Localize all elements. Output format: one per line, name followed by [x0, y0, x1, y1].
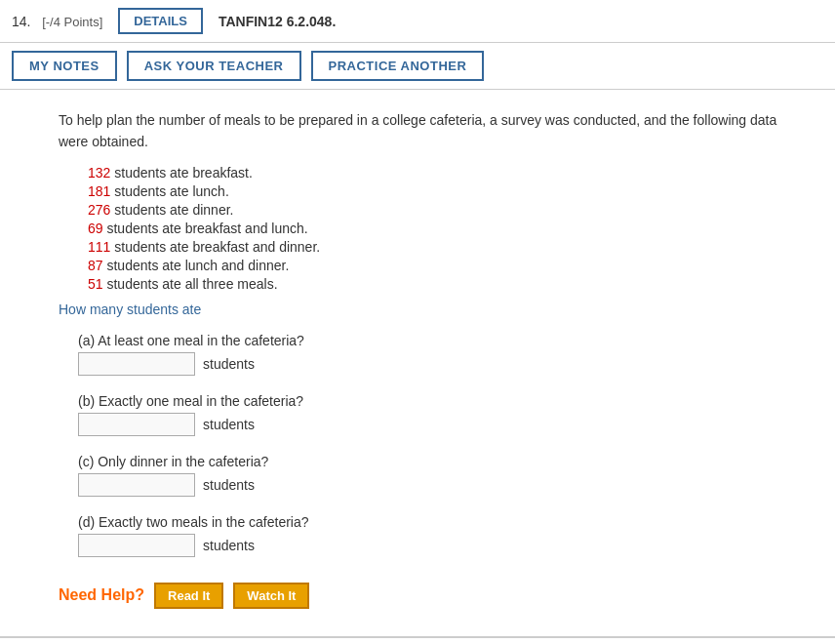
- watch-it-button[interactable]: Watch It: [233, 583, 309, 609]
- problem-intro: To help plan the number of meals to be p…: [59, 109, 806, 153]
- data-text: students ate lunch and dinner.: [103, 258, 290, 273]
- data-list-item: 69 students ate breakfast and lunch.: [88, 221, 806, 236]
- main-content: To help plan the number of meals to be p…: [0, 90, 835, 636]
- answer-input-b[interactable]: [78, 413, 195, 436]
- students-label-d: students: [203, 538, 255, 553]
- read-it-button[interactable]: Read It: [154, 583, 223, 609]
- question-prompt: How many students ate: [59, 302, 806, 317]
- data-num: 51: [88, 276, 103, 292]
- data-list-item: 276 students ate dinner.: [88, 202, 806, 218]
- input-row-b: students: [78, 413, 806, 436]
- sub-question-a: (a) At least one meal in the cafeteria? …: [78, 333, 806, 376]
- sub-question-label-c: (c) Only dinner in the cafeteria?: [78, 454, 806, 469]
- sub-question-label-a: (a) At least one meal in the cafeteria?: [78, 333, 806, 348]
- students-label-b: students: [203, 417, 255, 432]
- sub-questions: (a) At least one meal in the cafeteria? …: [59, 333, 806, 557]
- my-notes-button[interactable]: MY NOTES: [12, 51, 117, 81]
- sub-question-c: (c) Only dinner in the cafeteria? studen…: [78, 454, 806, 497]
- data-list-item: 111 students ate breakfast and dinner.: [88, 239, 806, 255]
- data-num: 181: [88, 183, 110, 199]
- data-num: 69: [88, 221, 103, 236]
- practice-another-button[interactable]: PRACTICE ANOTHER: [311, 51, 485, 81]
- data-num: 111: [88, 239, 110, 255]
- question-id: TANFIN12 6.2.048.: [219, 14, 336, 29]
- ask-teacher-button[interactable]: ASK YOUR TEACHER: [127, 51, 301, 81]
- data-list-item: 132 students ate breakfast.: [88, 165, 806, 181]
- answer-input-c[interactable]: [78, 473, 195, 497]
- data-text: students ate breakfast and lunch.: [103, 221, 308, 236]
- q-number: 14.: [12, 14, 30, 29]
- students-label-c: students: [203, 477, 255, 493]
- data-num: 87: [88, 258, 103, 273]
- need-help-label: Need Help?: [59, 586, 144, 604]
- data-text: students ate lunch.: [110, 183, 228, 199]
- data-list-item: 87 students ate lunch and dinner.: [88, 258, 806, 273]
- input-row-a: students: [78, 352, 806, 376]
- top-bar: 14. [-/4 Points] DETAILS TANFIN12 6.2.04…: [0, 0, 835, 43]
- input-row-d: students: [78, 534, 806, 557]
- data-text: students ate all three meals.: [103, 276, 278, 292]
- data-list: 132 students ate breakfast.181 students …: [88, 165, 806, 292]
- action-bar: MY NOTES ASK YOUR TEACHER PRACTICE ANOTH…: [0, 43, 835, 90]
- students-label-a: students: [203, 356, 255, 372]
- data-list-item: 181 students ate lunch.: [88, 183, 806, 199]
- need-help-row: Need Help? Read It Watch It: [59, 575, 806, 617]
- sub-question-label-b: (b) Exactly one meal in the cafeteria?: [78, 393, 806, 409]
- points-label: [-/4 Points]: [42, 15, 102, 29]
- data-text: students ate dinner.: [110, 202, 233, 218]
- sub-question-b: (b) Exactly one meal in the cafeteria? s…: [78, 393, 806, 436]
- answer-input-a[interactable]: [78, 352, 195, 376]
- data-text: students ate breakfast and dinner.: [110, 239, 320, 255]
- data-num: 276: [88, 202, 110, 218]
- sub-question-d: (d) Exactly two meals in the cafeteria? …: [78, 514, 806, 557]
- data-num: 132: [88, 165, 110, 181]
- sub-question-label-d: (d) Exactly two meals in the cafeteria?: [78, 514, 806, 530]
- bottom-bar: Submit Answer: [0, 637, 835, 644]
- question-number: 14. [-/4 Points]: [12, 14, 102, 29]
- input-row-c: students: [78, 473, 806, 497]
- answer-input-d[interactable]: [78, 534, 195, 557]
- data-list-item: 51 students ate all three meals.: [88, 276, 806, 292]
- details-button[interactable]: DETAILS: [118, 8, 203, 34]
- data-text: students ate breakfast.: [110, 165, 253, 181]
